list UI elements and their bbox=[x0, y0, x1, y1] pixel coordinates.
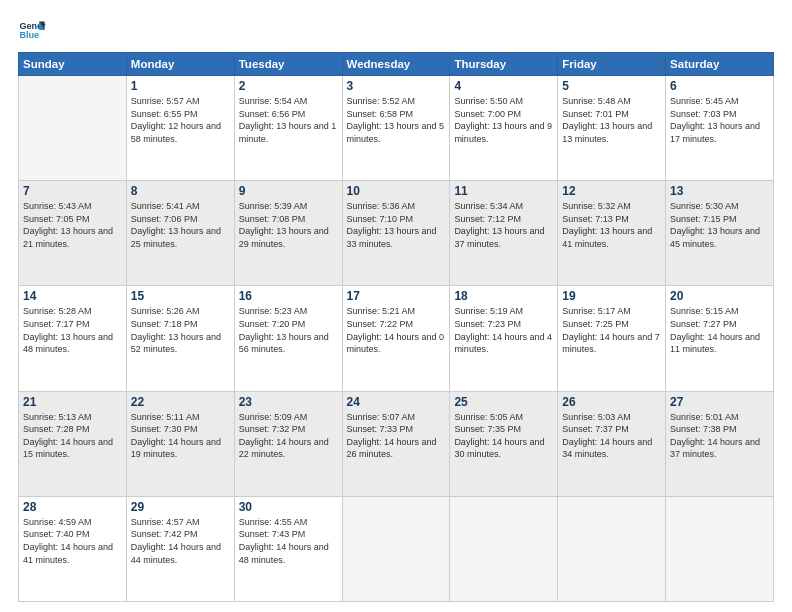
calendar-cell: 7Sunrise: 5:43 AMSunset: 7:05 PMDaylight… bbox=[19, 181, 127, 286]
calendar-cell: 8Sunrise: 5:41 AMSunset: 7:06 PMDaylight… bbox=[126, 181, 234, 286]
calendar-cell: 30Sunrise: 4:55 AMSunset: 7:43 PMDayligh… bbox=[234, 496, 342, 601]
day-number: 23 bbox=[239, 395, 338, 409]
calendar-cell: 20Sunrise: 5:15 AMSunset: 7:27 PMDayligh… bbox=[666, 286, 774, 391]
calendar-cell: 18Sunrise: 5:19 AMSunset: 7:23 PMDayligh… bbox=[450, 286, 558, 391]
day-info: Sunrise: 5:15 AMSunset: 7:27 PMDaylight:… bbox=[670, 305, 769, 355]
day-info: Sunrise: 5:36 AMSunset: 7:10 PMDaylight:… bbox=[347, 200, 446, 250]
calendar-cell bbox=[19, 76, 127, 181]
calendar-cell: 3Sunrise: 5:52 AMSunset: 6:58 PMDaylight… bbox=[342, 76, 450, 181]
day-info: Sunrise: 5:01 AMSunset: 7:38 PMDaylight:… bbox=[670, 411, 769, 461]
day-number: 9 bbox=[239, 184, 338, 198]
day-number: 16 bbox=[239, 289, 338, 303]
day-info: Sunrise: 5:30 AMSunset: 7:15 PMDaylight:… bbox=[670, 200, 769, 250]
logo-icon: General Blue bbox=[18, 16, 46, 44]
day-info: Sunrise: 5:43 AMSunset: 7:05 PMDaylight:… bbox=[23, 200, 122, 250]
calendar-table: SundayMondayTuesdayWednesdayThursdayFrid… bbox=[18, 52, 774, 602]
calendar-cell: 16Sunrise: 5:23 AMSunset: 7:20 PMDayligh… bbox=[234, 286, 342, 391]
day-info: Sunrise: 5:09 AMSunset: 7:32 PMDaylight:… bbox=[239, 411, 338, 461]
logo: General Blue bbox=[18, 16, 46, 44]
day-number: 10 bbox=[347, 184, 446, 198]
calendar-cell bbox=[666, 496, 774, 601]
day-info: Sunrise: 5:45 AMSunset: 7:03 PMDaylight:… bbox=[670, 95, 769, 145]
day-number: 3 bbox=[347, 79, 446, 93]
calendar-cell: 28Sunrise: 4:59 AMSunset: 7:40 PMDayligh… bbox=[19, 496, 127, 601]
header-row: SundayMondayTuesdayWednesdayThursdayFrid… bbox=[19, 53, 774, 76]
header-day-friday: Friday bbox=[558, 53, 666, 76]
header-day-thursday: Thursday bbox=[450, 53, 558, 76]
header-day-sunday: Sunday bbox=[19, 53, 127, 76]
calendar-cell bbox=[450, 496, 558, 601]
header: General Blue bbox=[18, 16, 774, 44]
day-number: 7 bbox=[23, 184, 122, 198]
day-number: 27 bbox=[670, 395, 769, 409]
calendar-cell: 2Sunrise: 5:54 AMSunset: 6:56 PMDaylight… bbox=[234, 76, 342, 181]
day-number: 11 bbox=[454, 184, 553, 198]
day-number: 15 bbox=[131, 289, 230, 303]
day-number: 4 bbox=[454, 79, 553, 93]
page: General Blue SundayMondayTuesdayWednesda… bbox=[0, 0, 792, 612]
calendar-cell: 21Sunrise: 5:13 AMSunset: 7:28 PMDayligh… bbox=[19, 391, 127, 496]
day-number: 8 bbox=[131, 184, 230, 198]
week-row-1: 1Sunrise: 5:57 AMSunset: 6:55 PMDaylight… bbox=[19, 76, 774, 181]
day-info: Sunrise: 5:19 AMSunset: 7:23 PMDaylight:… bbox=[454, 305, 553, 355]
calendar-cell: 17Sunrise: 5:21 AMSunset: 7:22 PMDayligh… bbox=[342, 286, 450, 391]
day-number: 28 bbox=[23, 500, 122, 514]
calendar-cell: 25Sunrise: 5:05 AMSunset: 7:35 PMDayligh… bbox=[450, 391, 558, 496]
calendar-cell: 6Sunrise: 5:45 AMSunset: 7:03 PMDaylight… bbox=[666, 76, 774, 181]
day-info: Sunrise: 5:05 AMSunset: 7:35 PMDaylight:… bbox=[454, 411, 553, 461]
calendar-cell: 14Sunrise: 5:28 AMSunset: 7:17 PMDayligh… bbox=[19, 286, 127, 391]
day-info: Sunrise: 5:13 AMSunset: 7:28 PMDaylight:… bbox=[23, 411, 122, 461]
day-info: Sunrise: 4:57 AMSunset: 7:42 PMDaylight:… bbox=[131, 516, 230, 566]
calendar-cell: 24Sunrise: 5:07 AMSunset: 7:33 PMDayligh… bbox=[342, 391, 450, 496]
day-number: 21 bbox=[23, 395, 122, 409]
calendar-cell: 5Sunrise: 5:48 AMSunset: 7:01 PMDaylight… bbox=[558, 76, 666, 181]
day-number: 26 bbox=[562, 395, 661, 409]
day-info: Sunrise: 5:39 AMSunset: 7:08 PMDaylight:… bbox=[239, 200, 338, 250]
day-info: Sunrise: 5:32 AMSunset: 7:13 PMDaylight:… bbox=[562, 200, 661, 250]
header-day-monday: Monday bbox=[126, 53, 234, 76]
day-number: 12 bbox=[562, 184, 661, 198]
day-number: 14 bbox=[23, 289, 122, 303]
calendar-cell: 13Sunrise: 5:30 AMSunset: 7:15 PMDayligh… bbox=[666, 181, 774, 286]
day-info: Sunrise: 4:59 AMSunset: 7:40 PMDaylight:… bbox=[23, 516, 122, 566]
day-info: Sunrise: 5:48 AMSunset: 7:01 PMDaylight:… bbox=[562, 95, 661, 145]
week-row-2: 7Sunrise: 5:43 AMSunset: 7:05 PMDaylight… bbox=[19, 181, 774, 286]
week-row-3: 14Sunrise: 5:28 AMSunset: 7:17 PMDayligh… bbox=[19, 286, 774, 391]
day-number: 17 bbox=[347, 289, 446, 303]
calendar-cell: 4Sunrise: 5:50 AMSunset: 7:00 PMDaylight… bbox=[450, 76, 558, 181]
header-day-saturday: Saturday bbox=[666, 53, 774, 76]
calendar-cell: 15Sunrise: 5:26 AMSunset: 7:18 PMDayligh… bbox=[126, 286, 234, 391]
day-number: 1 bbox=[131, 79, 230, 93]
calendar-cell: 10Sunrise: 5:36 AMSunset: 7:10 PMDayligh… bbox=[342, 181, 450, 286]
day-number: 18 bbox=[454, 289, 553, 303]
day-info: Sunrise: 5:23 AMSunset: 7:20 PMDaylight:… bbox=[239, 305, 338, 355]
day-info: Sunrise: 5:50 AMSunset: 7:00 PMDaylight:… bbox=[454, 95, 553, 145]
day-number: 6 bbox=[670, 79, 769, 93]
day-info: Sunrise: 5:54 AMSunset: 6:56 PMDaylight:… bbox=[239, 95, 338, 145]
header-day-wednesday: Wednesday bbox=[342, 53, 450, 76]
day-number: 20 bbox=[670, 289, 769, 303]
calendar-cell: 11Sunrise: 5:34 AMSunset: 7:12 PMDayligh… bbox=[450, 181, 558, 286]
day-info: Sunrise: 4:55 AMSunset: 7:43 PMDaylight:… bbox=[239, 516, 338, 566]
header-day-tuesday: Tuesday bbox=[234, 53, 342, 76]
calendar-cell: 29Sunrise: 4:57 AMSunset: 7:42 PMDayligh… bbox=[126, 496, 234, 601]
day-info: Sunrise: 5:21 AMSunset: 7:22 PMDaylight:… bbox=[347, 305, 446, 355]
day-info: Sunrise: 5:07 AMSunset: 7:33 PMDaylight:… bbox=[347, 411, 446, 461]
calendar-cell: 19Sunrise: 5:17 AMSunset: 7:25 PMDayligh… bbox=[558, 286, 666, 391]
day-info: Sunrise: 5:11 AMSunset: 7:30 PMDaylight:… bbox=[131, 411, 230, 461]
day-number: 25 bbox=[454, 395, 553, 409]
calendar-cell: 9Sunrise: 5:39 AMSunset: 7:08 PMDaylight… bbox=[234, 181, 342, 286]
day-number: 30 bbox=[239, 500, 338, 514]
day-info: Sunrise: 5:41 AMSunset: 7:06 PMDaylight:… bbox=[131, 200, 230, 250]
day-number: 5 bbox=[562, 79, 661, 93]
calendar-cell: 12Sunrise: 5:32 AMSunset: 7:13 PMDayligh… bbox=[558, 181, 666, 286]
week-row-5: 28Sunrise: 4:59 AMSunset: 7:40 PMDayligh… bbox=[19, 496, 774, 601]
day-info: Sunrise: 5:52 AMSunset: 6:58 PMDaylight:… bbox=[347, 95, 446, 145]
day-number: 13 bbox=[670, 184, 769, 198]
calendar-cell: 26Sunrise: 5:03 AMSunset: 7:37 PMDayligh… bbox=[558, 391, 666, 496]
calendar-cell: 22Sunrise: 5:11 AMSunset: 7:30 PMDayligh… bbox=[126, 391, 234, 496]
calendar-cell bbox=[558, 496, 666, 601]
day-info: Sunrise: 5:17 AMSunset: 7:25 PMDaylight:… bbox=[562, 305, 661, 355]
day-info: Sunrise: 5:03 AMSunset: 7:37 PMDaylight:… bbox=[562, 411, 661, 461]
day-info: Sunrise: 5:28 AMSunset: 7:17 PMDaylight:… bbox=[23, 305, 122, 355]
